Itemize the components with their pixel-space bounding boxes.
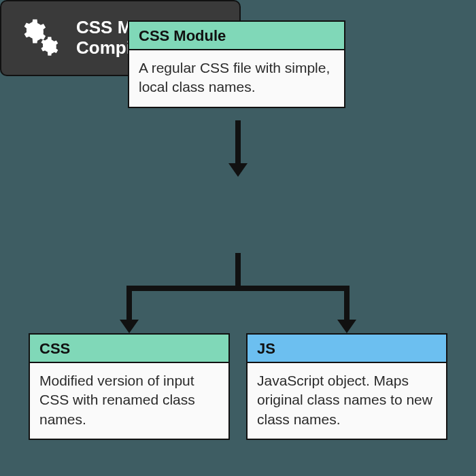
gear-icon (38, 36, 58, 56)
connector-split-bar (126, 286, 350, 291)
css-output-body: Modified version of input CSS with renam… (30, 363, 228, 439)
css-module-title: CSS Module (139, 27, 226, 44)
css-module-header: CSS Module (129, 22, 344, 50)
js-output-header: JS (248, 335, 446, 363)
gears-icon (20, 18, 63, 58)
arrow-module-to-compiler-shaft (235, 120, 241, 165)
arrow-compiler-down-shaft (235, 253, 241, 288)
arrow-to-js-shaft (344, 286, 350, 321)
arrow-to-css-head (120, 320, 139, 333)
css-output-header: CSS (30, 335, 228, 363)
js-output-title: JS (257, 340, 275, 357)
css-output-title: CSS (39, 340, 70, 357)
css-module-body: A regular CSS file with simple, local cl… (129, 50, 344, 107)
css-output-box: CSS Modified version of input CSS with r… (29, 333, 230, 440)
arrow-to-js-head (337, 320, 356, 333)
js-output-body: JavaScript object. Maps original class n… (248, 363, 446, 439)
css-module-box: CSS Module A regular CSS file with simpl… (128, 20, 345, 108)
js-output-box: JS JavaScript object. Maps original clas… (246, 333, 447, 440)
arrow-module-to-compiler-head (228, 163, 248, 177)
arrow-to-css-shaft (126, 286, 132, 321)
